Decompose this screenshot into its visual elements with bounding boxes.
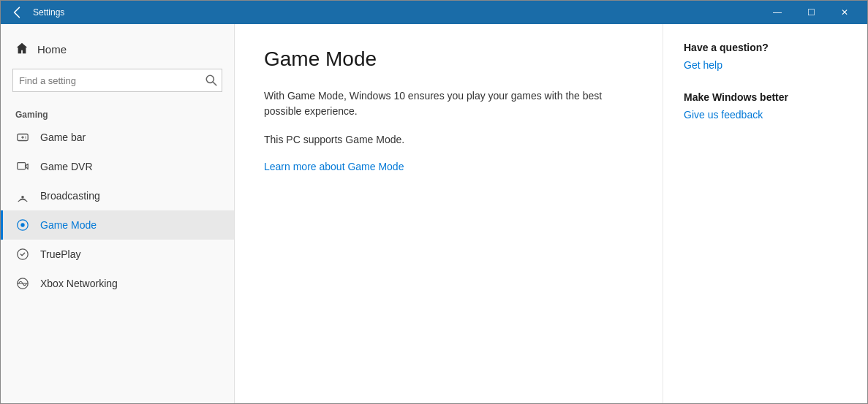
search-button[interactable] <box>205 74 218 87</box>
sidebar-search-container <box>12 69 222 92</box>
help-panel: Have a question? Get help Make Windows b… <box>663 24 867 403</box>
settings-window: Settings — ☐ ✕ Home <box>0 0 868 404</box>
game-dvr-icon <box>15 159 30 174</box>
sidebar-home-label: Home <box>37 43 67 56</box>
supports-text: This PC supports Game Mode. <box>264 134 633 145</box>
titlebar: Settings — ☐ ✕ <box>1 1 867 24</box>
main-content: Game Mode With Game Mode, Windows 10 ens… <box>235 24 663 403</box>
learn-more-link[interactable]: Learn more about Game Mode <box>264 161 404 172</box>
titlebar-title: Settings <box>33 7 761 18</box>
question-heading: Have a question? <box>684 42 847 53</box>
game-mode-icon <box>15 218 30 232</box>
home-icon <box>15 42 29 57</box>
svg-point-11 <box>20 223 24 226</box>
minimize-button[interactable]: — <box>761 1 794 24</box>
trueplay-icon <box>15 247 30 262</box>
back-button[interactable] <box>7 2 27 23</box>
feedback-heading: Make Windows better <box>684 91 847 103</box>
sidebar-item-trueplay-label: TruePlay <box>40 248 81 260</box>
content-area: Home Gaming <box>1 24 867 403</box>
question-section: Have a question? Get help <box>684 42 847 71</box>
titlebar-controls: — ☐ ✕ <box>761 1 861 24</box>
sidebar-item-trueplay[interactable]: TruePlay <box>1 240 234 269</box>
svg-point-6 <box>25 137 26 138</box>
svg-line-1 <box>213 82 216 85</box>
description-text: With Game Mode, Windows 10 ensures you p… <box>264 88 615 119</box>
feedback-link[interactable]: Give us feedback <box>684 109 847 121</box>
broadcasting-icon <box>15 188 30 203</box>
sidebar-item-xbox-networking[interactable]: Xbox Networking <box>1 269 234 298</box>
sidebar-item-broadcasting[interactable]: Broadcasting <box>1 181 234 210</box>
svg-point-5 <box>25 136 26 137</box>
close-button[interactable]: ✕ <box>828 1 861 24</box>
sidebar-category-label: Gaming <box>1 104 234 123</box>
sidebar-item-xbox-networking-label: Xbox Networking <box>40 278 118 289</box>
sidebar-item-game-mode[interactable]: Game Mode <box>1 210 234 240</box>
sidebar-item-broadcasting-label: Broadcasting <box>40 190 100 202</box>
game-bar-icon <box>15 130 30 145</box>
svg-point-9 <box>21 196 24 199</box>
search-input[interactable] <box>12 69 222 92</box>
svg-point-12 <box>18 249 28 259</box>
get-help-link[interactable]: Get help <box>684 59 847 71</box>
sidebar-item-game-mode-label: Game Mode <box>40 219 97 231</box>
sidebar: Home Gaming <box>1 24 235 403</box>
sidebar-home[interactable]: Home <box>1 36 234 63</box>
xbox-networking-icon <box>15 276 30 291</box>
maximize-button[interactable]: ☐ <box>794 1 828 24</box>
feedback-section: Make Windows better Give us feedback <box>684 91 847 121</box>
page-title: Game Mode <box>264 47 633 71</box>
svg-rect-7 <box>18 163 26 169</box>
sidebar-item-game-dvr-label: Game DVR <box>40 161 93 172</box>
sidebar-item-game-bar[interactable]: Game bar <box>1 123 234 152</box>
sidebar-item-game-bar-label: Game bar <box>40 132 86 143</box>
sidebar-item-game-dvr[interactable]: Game DVR <box>1 152 234 181</box>
